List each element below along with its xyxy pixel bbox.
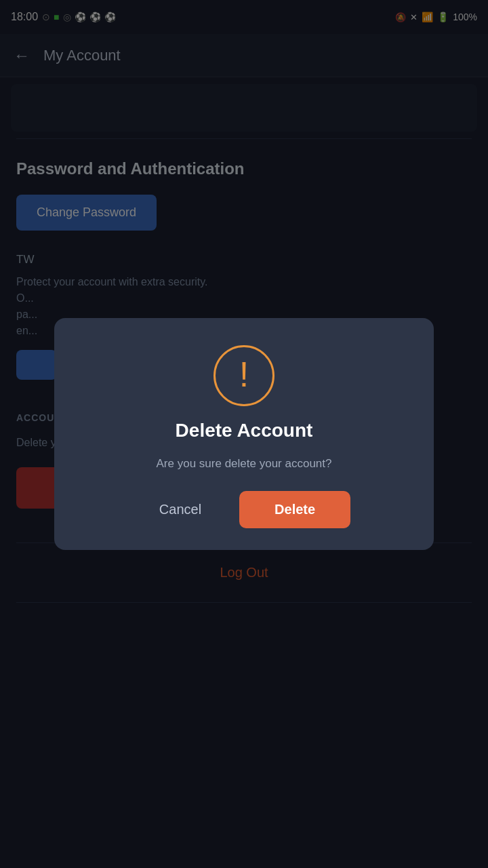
- modal-cancel-button[interactable]: Cancel: [138, 491, 223, 528]
- modal-message: Are you sure delete your account?: [157, 455, 332, 473]
- delete-account-modal: ! Delete Account Are you sure delete you…: [54, 318, 434, 551]
- modal-delete-button[interactable]: Delete: [239, 491, 350, 528]
- modal-warning-icon-circle: !: [214, 345, 274, 406]
- modal-title: Delete Account: [176, 420, 313, 441]
- modal-buttons-container: Cancel Delete: [76, 491, 412, 528]
- modal-exclamation-icon: !: [239, 357, 249, 392]
- modal-overlay: ! Delete Account Are you sure delete you…: [0, 0, 488, 868]
